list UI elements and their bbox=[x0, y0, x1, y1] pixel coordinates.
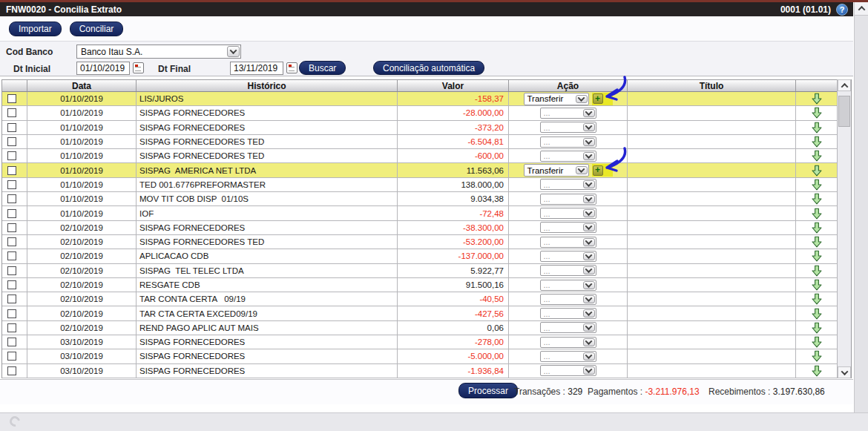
page-scroll-up-button[interactable] bbox=[855, 2, 868, 16]
download-arrow-icon[interactable] bbox=[811, 222, 823, 234]
row-checkbox[interactable] bbox=[7, 223, 16, 232]
row-checkbox[interactable] bbox=[7, 237, 16, 246]
table-scrollbar[interactable] bbox=[837, 79, 851, 378]
table-row[interactable]: 01/10/2019 SISPAG AMERICA NET LTDA 11.56… bbox=[2, 163, 838, 177]
calendar-icon[interactable] bbox=[133, 62, 144, 73]
row-checkbox[interactable] bbox=[7, 180, 16, 189]
add-action-button[interactable]: + bbox=[593, 93, 603, 104]
download-arrow-icon[interactable] bbox=[811, 265, 823, 277]
download-arrow-icon[interactable] bbox=[811, 165, 823, 177]
table-row[interactable]: 01/10/2019 LIS/JUROS -158,37 Transferir … bbox=[2, 92, 838, 106]
download-arrow-icon[interactable] bbox=[811, 322, 823, 334]
table-row[interactable]: 01/10/2019 IOF -72,48 ... bbox=[2, 206, 838, 220]
download-arrow-icon[interactable] bbox=[811, 236, 823, 248]
dropdown-button[interactable] bbox=[583, 238, 595, 246]
dropdown-button[interactable] bbox=[583, 223, 595, 231]
dropdown-button[interactable] bbox=[583, 309, 595, 318]
dropdown-button[interactable] bbox=[583, 152, 595, 160]
download-arrow-icon[interactable] bbox=[811, 179, 823, 191]
action-select[interactable]: ... bbox=[540, 122, 596, 133]
dropdown-button[interactable] bbox=[583, 366, 595, 375]
processar-button[interactable]: Processar bbox=[458, 383, 518, 398]
action-select[interactable]: ... bbox=[540, 308, 596, 319]
action-select[interactable]: ... bbox=[540, 222, 596, 233]
download-arrow-icon[interactable] bbox=[811, 279, 823, 291]
download-arrow-icon[interactable] bbox=[811, 208, 823, 220]
table-row[interactable]: 02/10/2019 TAR CONTA CERTA 09/19 -40,50 … bbox=[2, 292, 838, 306]
row-checkbox[interactable] bbox=[7, 280, 16, 289]
dropdown-button[interactable] bbox=[576, 95, 588, 103]
row-checkbox[interactable] bbox=[7, 151, 16, 160]
row-checkbox[interactable] bbox=[7, 137, 16, 146]
add-action-button[interactable]: + bbox=[593, 165, 603, 176]
download-arrow-icon[interactable] bbox=[811, 293, 823, 305]
download-arrow-icon[interactable] bbox=[811, 136, 823, 148]
table-row[interactable]: 02/10/2019 SISPAG FORNECEDORES TED -53.2… bbox=[2, 235, 838, 249]
cod-banco-select[interactable]: Banco Itau S.A. bbox=[76, 45, 241, 59]
dropdown-button[interactable] bbox=[576, 166, 588, 174]
table-row[interactable]: 01/10/2019 SISPAG FORNECEDORES -28.000,0… bbox=[2, 106, 838, 120]
dropdown-button[interactable] bbox=[583, 109, 595, 117]
download-arrow-icon[interactable] bbox=[811, 250, 823, 262]
table-scrollbar-thumb[interactable] bbox=[838, 96, 850, 127]
action-select[interactable]: Transferir bbox=[524, 93, 589, 105]
download-arrow-icon[interactable] bbox=[811, 350, 823, 362]
table-row[interactable]: 03/10/2019 SISPAG FORNECEDORES -278,00 .… bbox=[2, 335, 838, 349]
action-select[interactable]: ... bbox=[540, 322, 596, 333]
action-select[interactable]: ... bbox=[540, 294, 596, 305]
download-arrow-icon[interactable] bbox=[811, 107, 823, 119]
action-select[interactable]: ... bbox=[540, 151, 596, 162]
calendar-icon[interactable] bbox=[286, 62, 297, 73]
table-row[interactable]: 02/10/2019 REND PAGO APLIC AUT MAIS 0,06… bbox=[2, 321, 838, 335]
table-row[interactable]: 02/10/2019 RESGATE CDB 91.500,16 ... bbox=[2, 278, 838, 292]
dropdown-button[interactable] bbox=[583, 338, 595, 346]
table-row[interactable]: 01/10/2019 SISPAG FORNECEDORES TED -6.50… bbox=[2, 135, 838, 149]
download-arrow-icon[interactable] bbox=[811, 308, 823, 320]
page-scrollbar[interactable] bbox=[854, 2, 868, 431]
table-scroll-up-button[interactable] bbox=[838, 79, 851, 91]
action-select[interactable]: ... bbox=[540, 280, 596, 291]
action-select[interactable]: ... bbox=[540, 365, 596, 376]
action-select[interactable]: ... bbox=[540, 208, 596, 219]
download-arrow-icon[interactable] bbox=[811, 150, 823, 162]
row-checkbox[interactable] bbox=[7, 94, 16, 103]
row-checkbox[interactable] bbox=[7, 194, 16, 203]
action-select[interactable]: ... bbox=[540, 251, 596, 262]
table-row[interactable]: 03/10/2019 SISPAG FORNECEDORES -5.000,00… bbox=[2, 349, 838, 363]
table-row[interactable]: 03/10/2019 SISPAG FORNECEDORES -1.936,84… bbox=[2, 364, 838, 378]
action-select[interactable]: ... bbox=[540, 179, 596, 190]
action-select[interactable]: ... bbox=[540, 237, 596, 248]
dropdown-button[interactable] bbox=[583, 352, 595, 361]
dropdown-button[interactable] bbox=[583, 180, 595, 188]
action-select[interactable]: ... bbox=[540, 108, 596, 119]
table-scroll-down-button[interactable] bbox=[838, 366, 851, 378]
dt-inicial-input[interactable] bbox=[76, 62, 130, 75]
row-checkbox[interactable] bbox=[7, 338, 16, 346]
row-checkbox[interactable] bbox=[7, 251, 16, 260]
dropdown-button[interactable] bbox=[227, 46, 240, 57]
conciliacao-automatica-button[interactable]: Conciliação automática bbox=[373, 61, 484, 75]
dropdown-button[interactable] bbox=[583, 195, 595, 203]
importar-button[interactable]: Importar bbox=[9, 22, 62, 36]
table-row[interactable]: 01/10/2019 TED 001.6776PREFORMASTER 138.… bbox=[2, 178, 838, 192]
dropdown-button[interactable] bbox=[583, 138, 595, 146]
download-arrow-icon[interactable] bbox=[811, 336, 823, 348]
row-checkbox[interactable] bbox=[7, 366, 16, 375]
table-row[interactable]: 01/10/2019 SISPAG FORNECEDORES TED -600,… bbox=[2, 149, 838, 163]
row-checkbox[interactable] bbox=[7, 166, 16, 175]
table-row[interactable]: 02/10/2019 SISPAG TEL TELEC LTDA 5.922,7… bbox=[2, 264, 838, 278]
row-checkbox[interactable] bbox=[7, 266, 16, 275]
row-checkbox[interactable] bbox=[7, 209, 16, 218]
table-row[interactable]: 02/10/2019 TAR CTA CERTA EXCED09/19 -427… bbox=[2, 306, 838, 320]
dropdown-button[interactable] bbox=[583, 323, 595, 332]
action-select[interactable]: ... bbox=[540, 136, 596, 148]
action-select[interactable]: ... bbox=[540, 265, 596, 276]
dropdown-button[interactable] bbox=[583, 209, 595, 217]
download-arrow-icon[interactable] bbox=[811, 122, 823, 134]
dropdown-button[interactable] bbox=[583, 252, 595, 260]
conciliar-button[interactable]: Conciliar bbox=[70, 22, 124, 36]
dropdown-button[interactable] bbox=[583, 281, 595, 289]
action-select[interactable]: ... bbox=[540, 351, 596, 362]
table-row[interactable]: 01/10/2019 SISPAG FORNECEDORES -373,20 .… bbox=[2, 121, 838, 135]
action-select[interactable]: Transferir bbox=[524, 164, 589, 177]
